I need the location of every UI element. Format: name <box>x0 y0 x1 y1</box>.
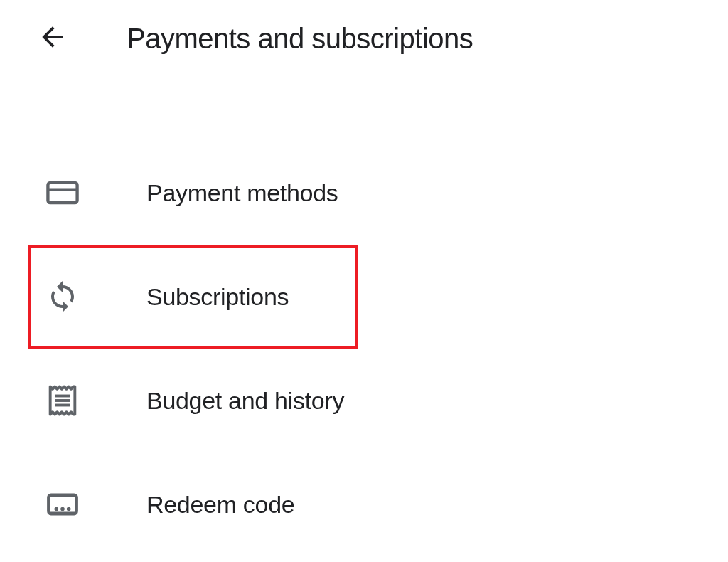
redeem-icon <box>43 484 82 524</box>
svg-rect-0 <box>48 183 77 203</box>
sync-icon <box>43 277 82 317</box>
arrow-back-icon <box>37 21 68 55</box>
menu-item-redeem-code[interactable]: Redeem code <box>0 452 728 556</box>
back-button[interactable] <box>36 21 70 55</box>
menu-item-label: Subscriptions <box>146 283 289 311</box>
svg-point-7 <box>60 507 65 511</box>
page-title: Payments and subscriptions <box>127 23 473 55</box>
menu-item-label: Payment methods <box>146 179 338 207</box>
svg-point-8 <box>67 507 71 511</box>
menu-item-label: Redeem code <box>146 491 294 519</box>
receipt-icon <box>43 381 82 420</box>
credit-card-icon <box>43 173 82 213</box>
menu-list: Payment methods Subscriptions Budget and… <box>0 70 728 556</box>
menu-item-payment-methods[interactable]: Payment methods <box>0 141 728 245</box>
header: Payments and subscriptions <box>0 0 728 70</box>
svg-point-6 <box>55 507 59 511</box>
menu-item-budget-history[interactable]: Budget and history <box>0 349 728 452</box>
menu-item-subscriptions[interactable]: Subscriptions <box>28 245 358 349</box>
menu-item-label: Budget and history <box>146 387 344 415</box>
